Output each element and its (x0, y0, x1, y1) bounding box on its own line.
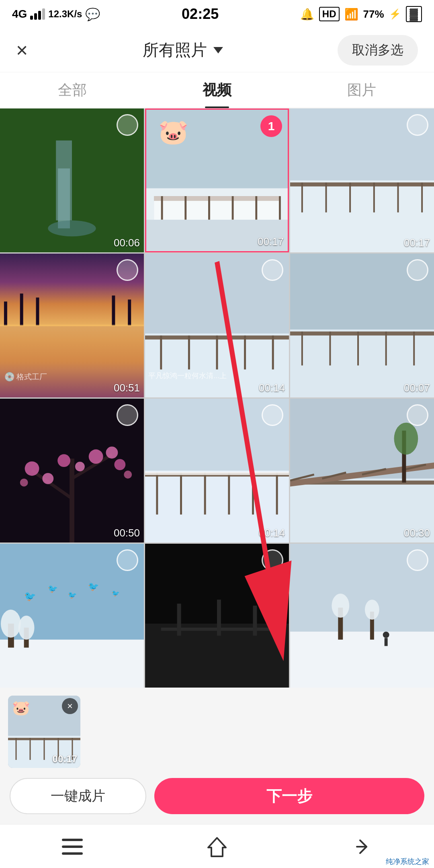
svg-rect-117 (62, 839, 83, 841)
media-cell-9[interactable]: 🐦 🐦 🐦 🐦 🐦 (0, 544, 144, 688)
svg-rect-18 (290, 182, 434, 186)
pig-emoji-thumb: 🐷 (12, 700, 30, 717)
duration-4: 00:14 (259, 382, 285, 394)
charge-icon: ⚡ (389, 8, 401, 20)
thumb-duration: 00:17 (53, 753, 77, 765)
overlay-text-4: 平凡惊鸿一粒何水清...上 (148, 371, 227, 381)
tab-photo[interactable]: 图片 (289, 72, 434, 108)
svg-rect-29 (36, 297, 39, 326)
pig-emoji-1: 🐷 (158, 118, 188, 146)
select-circle-7[interactable] (262, 404, 283, 426)
media-cell-5[interactable]: 00:07 (290, 254, 434, 397)
svg-point-55 (57, 454, 70, 467)
duration-0: 00:06 (114, 237, 140, 249)
next-button[interactable]: 下一步 (154, 778, 424, 814)
bell-icon: 🔔 (300, 8, 314, 21)
select-badge-1[interactable]: 1 (260, 115, 282, 137)
media-cell-7[interactable]: 00:14 (145, 399, 289, 542)
svg-point-58 (75, 462, 85, 471)
selected-thumbnail-0: 🐷 × 00:17 (8, 696, 80, 768)
svg-rect-96 (177, 604, 181, 636)
svg-rect-43 (290, 332, 434, 336)
select-circle-6[interactable] (117, 404, 138, 426)
duration-1: 00:17 (258, 235, 284, 248)
svg-point-61 (124, 471, 132, 479)
brand-watermark: 纯净系统之家 (381, 855, 434, 868)
wifi-icon: 📶 (344, 8, 358, 21)
action-bar: 一键成片 下一步 (0, 768, 434, 824)
svg-marker-120 (208, 838, 226, 856)
status-time: 02:25 (182, 6, 219, 23)
media-cell-8[interactable]: 00:30 (290, 399, 434, 542)
tab-video[interactable]: 视频 (145, 72, 289, 108)
svg-rect-32 (0, 325, 144, 326)
select-circle-3[interactable] (117, 259, 138, 281)
svg-rect-98 (253, 606, 257, 636)
svg-point-81 (394, 423, 418, 455)
svg-rect-31 (128, 299, 131, 326)
svg-point-56 (89, 449, 103, 464)
media-cell-6[interactable]: 00:50 (0, 399, 144, 542)
select-circle-9[interactable] (117, 549, 138, 571)
cancel-multiselect-button[interactable]: 取消多选 (338, 35, 418, 66)
svg-rect-71 (145, 472, 289, 475)
select-circle-8[interactable] (407, 404, 428, 426)
home-button[interactable] (201, 831, 233, 863)
select-circle-2[interactable] (407, 114, 428, 136)
hd-badge: HD (319, 7, 340, 21)
svg-point-53 (25, 461, 39, 476)
media-cell-0[interactable]: 00:06 (0, 108, 144, 252)
signal-bars (30, 8, 45, 20)
selection-bar: 🐷 × 00:17 (0, 688, 434, 768)
header: × 所有照片 取消多选 (0, 28, 434, 72)
remove-selected-button[interactable]: × (62, 698, 78, 714)
duration-5: 00:07 (404, 382, 430, 394)
media-cell-3[interactable]: 💿 格式工厂 00:51 (0, 254, 144, 397)
svg-rect-118 (62, 845, 83, 848)
svg-point-54 (42, 473, 53, 484)
svg-rect-83 (0, 640, 144, 688)
duration-2: 00:17 (404, 237, 430, 249)
close-button[interactable]: × (16, 39, 28, 62)
select-circle-0[interactable] (117, 114, 138, 136)
svg-rect-119 (62, 852, 83, 855)
album-title: 所有照片 (143, 39, 207, 61)
svg-point-102 (332, 594, 349, 618)
svg-rect-106 (385, 638, 388, 646)
tabs-bar: 全部 视频 图片 (0, 72, 434, 108)
media-cell-2[interactable]: 00:17 (290, 108, 434, 252)
duration-3: 00:51 (114, 382, 140, 394)
svg-point-57 (106, 446, 118, 459)
quick-clip-button[interactable]: 一键成片 (10, 778, 146, 814)
svg-point-104 (365, 600, 379, 620)
select-circle-11[interactable] (407, 549, 428, 571)
select-circle-10[interactable] (262, 549, 283, 571)
svg-point-60 (20, 479, 28, 487)
svg-rect-30 (112, 295, 115, 326)
svg-text:🐦: 🐦 (48, 584, 58, 594)
media-grid-wrapper: 00:06 🐷 1 00:17 (0, 108, 434, 688)
back-button[interactable] (346, 831, 378, 863)
svg-point-59 (114, 459, 125, 470)
select-circle-5[interactable] (407, 259, 428, 281)
navigation-bar (0, 824, 434, 868)
duration-8: 00:30 (404, 527, 430, 539)
tab-all[interactable]: 全部 (0, 72, 145, 108)
network-speed: 12.3K/s (48, 8, 82, 20)
wechat-icon: 💬 (85, 7, 100, 21)
svg-rect-100 (290, 632, 434, 688)
status-right: 🔔 HD 📶 77% ⚡ ▓ (300, 6, 422, 22)
header-title: 所有照片 (143, 39, 223, 61)
media-cell-11[interactable] (290, 544, 434, 688)
media-cell-1[interactable]: 🐷 1 00:17 (145, 108, 289, 252)
select-circle-4[interactable] (262, 259, 283, 281)
battery-icon: ▓ (406, 6, 422, 22)
network-type: 4G (12, 8, 27, 20)
menu-button[interactable] (56, 831, 88, 863)
svg-rect-97 (217, 600, 221, 636)
media-cell-4[interactable]: 00:14 平凡惊鸿一粒何水清...上 (145, 254, 289, 397)
chevron-down-icon[interactable] (213, 47, 223, 53)
status-left: 4G 12.3K/s 💬 (12, 7, 100, 21)
media-cell-10[interactable] (145, 544, 289, 688)
svg-text:🐦: 🐦 (68, 591, 77, 600)
